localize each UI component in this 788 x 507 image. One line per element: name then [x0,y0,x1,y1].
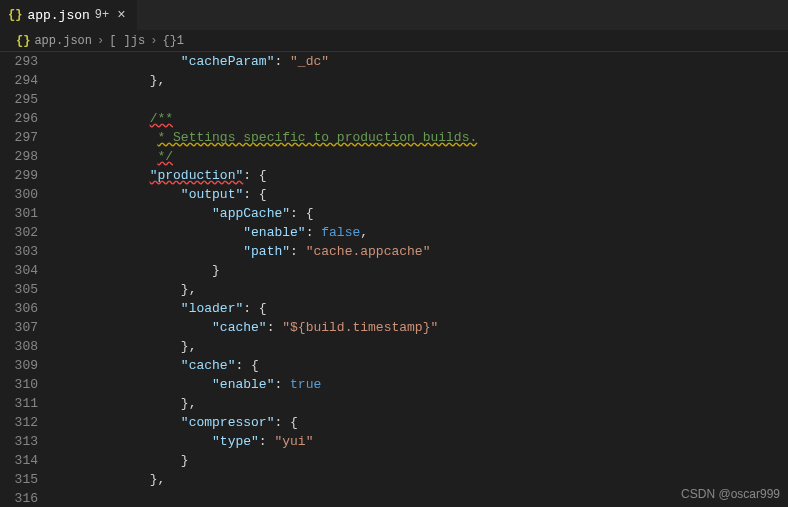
code-line[interactable]: "appCache": { [56,204,780,223]
line-number: 298 [0,147,38,166]
code-line[interactable]: }, [56,337,780,356]
code-line[interactable]: }, [56,71,780,90]
line-number: 294 [0,71,38,90]
code-line[interactable]: } [56,451,780,470]
tab-dirty-indicator: 9+ [95,8,109,22]
breadcrumb-file: app.json [34,34,92,48]
code-line[interactable]: "loader": { [56,299,780,318]
line-number: 300 [0,185,38,204]
breadcrumb-seg2: 1 [177,34,184,48]
code-line[interactable]: "compressor": { [56,413,780,432]
line-number: 295 [0,90,38,109]
code-line[interactable] [56,90,780,109]
line-number: 302 [0,223,38,242]
code-line[interactable]: */ [56,147,780,166]
watermark: CSDN @oscar999 [681,487,780,501]
code-line[interactable]: } [56,261,780,280]
editor[interactable]: 2932942952962972982993003013023033043053… [0,52,788,507]
object-icon: {} [162,34,176,48]
code-line[interactable]: }, [56,470,780,489]
line-number: 314 [0,451,38,470]
code-area[interactable]: "cacheParam": "_dc" }, /** * Settings sp… [56,52,780,507]
tab-filename: app.json [27,8,89,23]
code-line[interactable]: "cache": "${build.timestamp}" [56,318,780,337]
line-number: 313 [0,432,38,451]
code-line[interactable]: "cache": { [56,356,780,375]
line-number-gutter: 2932942952962972982993003013023033043053… [0,52,56,507]
tab-active[interactable]: {} app.json 9+ × [0,0,138,30]
line-number: 297 [0,128,38,147]
line-number: 301 [0,204,38,223]
code-line[interactable]: "enable": true [56,375,780,394]
line-number: 310 [0,375,38,394]
chevron-right-icon: › [150,34,157,48]
code-line[interactable]: }, [56,280,780,299]
line-number: 306 [0,299,38,318]
line-number: 304 [0,261,38,280]
line-number: 308 [0,337,38,356]
code-line[interactable]: "type": "yui" [56,432,780,451]
tab-close-button[interactable]: × [114,7,128,23]
line-number: 299 [0,166,38,185]
breadcrumb[interactable]: {} app.json › [ ] js › {} 1 [0,30,788,52]
chevron-right-icon: › [97,34,104,48]
code-line[interactable]: "cacheParam": "_dc" [56,52,780,71]
line-number: 312 [0,413,38,432]
line-number: 296 [0,109,38,128]
breadcrumb-seg1: js [131,34,145,48]
array-icon: [ ] [109,34,131,48]
code-line[interactable]: }, [56,394,780,413]
code-line[interactable] [56,489,780,507]
json-icon: {} [16,34,30,48]
line-number: 293 [0,52,38,71]
code-line[interactable]: "enable": false, [56,223,780,242]
code-line[interactable]: "output": { [56,185,780,204]
line-number: 311 [0,394,38,413]
line-number: 305 [0,280,38,299]
minimap[interactable] [780,52,788,507]
line-number: 315 [0,470,38,489]
code-line[interactable]: * Settings specific to production builds… [56,128,780,147]
code-line[interactable]: /** [56,109,780,128]
line-number: 309 [0,356,38,375]
code-line[interactable]: "path": "cache.appcache" [56,242,780,261]
tab-bar: {} app.json 9+ × [0,0,788,30]
line-number: 303 [0,242,38,261]
line-number: 307 [0,318,38,337]
code-line[interactable]: "production": { [56,166,780,185]
line-number: 316 [0,489,38,507]
json-icon: {} [8,8,22,22]
